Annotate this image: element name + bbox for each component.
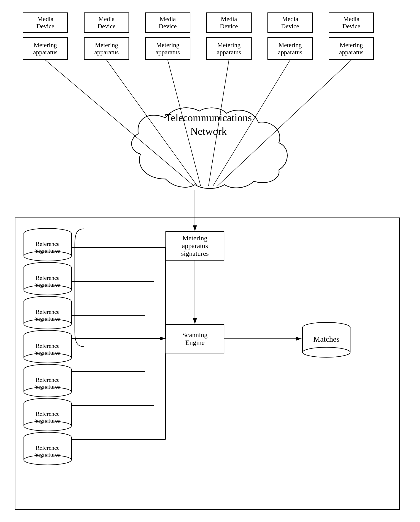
metering-apparatus-5: Meteringapparatus <box>267 37 313 60</box>
cloud-text: TelecommunicationsNetwork <box>132 111 286 138</box>
diagram: MediaDevice MediaDevice MediaDevice Medi… <box>0 0 420 522</box>
svg-point-53 <box>303 347 350 357</box>
scanning-engine: ScanningEngine <box>165 324 224 353</box>
media-device-4: MediaDevice <box>206 12 252 33</box>
metering-apparatus-3: Meteringapparatus <box>145 37 190 60</box>
metering-apparatus-2: Meteringapparatus <box>84 37 129 60</box>
svg-text:Reference: Reference <box>36 411 59 417</box>
svg-text:Signatures: Signatures <box>35 451 60 458</box>
svg-text:Reference: Reference <box>36 343 59 349</box>
media-device-1: MediaDevice <box>23 12 68 33</box>
svg-text:Signatures: Signatures <box>35 281 60 288</box>
svg-text:Reference: Reference <box>36 309 59 315</box>
metering-apparatus-4: Meteringapparatus <box>206 37 252 60</box>
metering-apparatus-signatures: Meteringapparatussignatures <box>165 231 224 261</box>
svg-text:Reference: Reference <box>36 376 59 383</box>
ref-sig-3: Reference Signatures <box>23 296 72 330</box>
outer-box <box>15 217 400 510</box>
media-device-6: MediaDevice <box>329 12 374 33</box>
metering-apparatus-6: Meteringapparatus <box>329 37 374 60</box>
matches-cylinder: Matches <box>302 322 351 359</box>
media-device-5: MediaDevice <box>267 12 313 33</box>
ref-sig-2: Reference Signatures <box>23 262 72 297</box>
ref-sig-5: Reference Signatures <box>23 364 72 399</box>
media-device-3: MediaDevice <box>145 12 190 33</box>
svg-text:Reference: Reference <box>36 241 59 247</box>
svg-text:Matches: Matches <box>313 335 339 343</box>
ref-sig-7: Reference Signatures <box>23 432 72 467</box>
svg-text:Signatures: Signatures <box>35 383 60 390</box>
ref-sig-4: Reference Signatures <box>23 330 72 365</box>
metering-apparatus-1: Meteringapparatus <box>23 37 68 60</box>
svg-text:Signatures: Signatures <box>35 417 60 424</box>
ref-sig-6: Reference Signatures <box>23 398 72 432</box>
ref-sig-1: Reference Signatures <box>23 228 72 263</box>
svg-text:Signatures: Signatures <box>35 349 60 356</box>
svg-text:Reference: Reference <box>36 275 59 281</box>
svg-text:Signatures: Signatures <box>35 315 60 322</box>
svg-text:Signatures: Signatures <box>35 247 60 254</box>
svg-text:Reference: Reference <box>36 445 59 451</box>
media-device-2: MediaDevice <box>84 12 129 33</box>
